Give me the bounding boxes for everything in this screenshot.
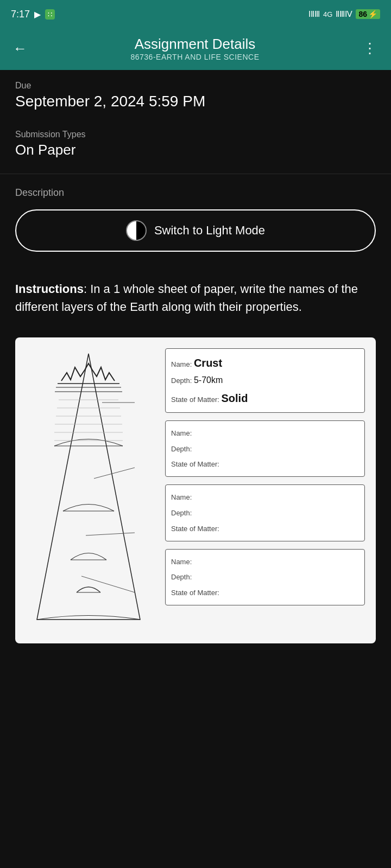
depth-label-4: Depth: — [171, 573, 192, 581]
layer-3-name-row: Name: — [171, 489, 359, 505]
app-bar-title: Assignment Details — [29, 36, 361, 53]
layer-2-name-row: Name: — [171, 425, 359, 441]
earth-svg-container — [26, 348, 156, 633]
name-label-4: Name: — [171, 558, 192, 566]
layer-4-state-row: State of Matter: — [171, 585, 359, 601]
state-value-1: Solid — [222, 392, 248, 404]
name-label-1: Name: — [171, 360, 192, 368]
state-label-4: State of Matter: — [171, 589, 219, 597]
description-label: Description — [15, 187, 376, 199]
time: 7:17 — [11, 9, 30, 20]
due-label: Due — [15, 81, 376, 91]
description-section: Description Switch to Light Mode — [0, 174, 391, 276]
svg-marker-0 — [37, 354, 140, 620]
name-value-1: Crust — [194, 357, 222, 369]
status-left: 7:17 ▶ ∷ — [11, 9, 55, 20]
layer-card-3: Name: Depth: State of Matter: — [165, 484, 365, 541]
light-mode-text: Switch to Light Mode — [154, 224, 265, 238]
status-right: ⅠⅡⅢ 4G ⅡⅢⅣ 86 ⚡ — [308, 9, 380, 19]
state-label-1: State of Matter: — [171, 395, 219, 404]
layer-2-depth-row: Depth: — [171, 441, 359, 457]
svg-line-10 — [86, 533, 135, 535]
submission-label: Submission Types — [15, 130, 376, 139]
layer-4-depth-row: Depth: — [171, 569, 359, 585]
layer-card-2: Name: Depth: State of Matter: — [165, 420, 365, 477]
instructions-text: Instructions: In a 1 whole sheet of pape… — [15, 280, 376, 316]
app-bar: ← Assignment Details 86736-EARTH AND LIF… — [0, 28, 391, 70]
status-bar: 7:17 ▶ ∷ ⅠⅡⅢ 4G ⅡⅢⅣ 86 ⚡ — [0, 0, 391, 28]
wifi-icon: ⅡⅢⅣ — [336, 9, 352, 19]
depth-label-3: Depth: — [171, 509, 192, 517]
instructions-bold: Instructions — [15, 282, 84, 296]
due-section: Due September 2, 2024 5:59 PM — [0, 70, 391, 123]
layer-1-depth-row: Depth: 5-70km — [171, 373, 359, 388]
more-button[interactable]: ⋮ — [361, 38, 380, 59]
back-button[interactable]: ← — [11, 38, 29, 59]
state-label-2: State of Matter: — [171, 460, 219, 468]
app-icon: ∷ — [45, 9, 55, 20]
depth-value-1: 5-70km — [194, 375, 223, 385]
content: Due September 2, 2024 5:59 PM Submission… — [0, 70, 391, 643]
submission-type: On Paper — [15, 142, 376, 158]
due-date: September 2, 2024 5:59 PM — [15, 93, 376, 110]
layer-labels-panel: Name: Crust Depth: 5-70km State of Matte… — [165, 348, 365, 605]
youtube-icon: ▶ — [34, 9, 41, 20]
svg-line-11 — [81, 576, 135, 592]
earth-diagram: Name: Crust Depth: 5-70km State of Matte… — [15, 337, 376, 643]
layer-4-name-row: Name: — [171, 554, 359, 570]
signal-icon: ⅠⅡⅢ — [308, 9, 320, 19]
depth-label-2: Depth: — [171, 445, 192, 453]
name-label-3: Name: — [171, 493, 192, 501]
layer-3-state-row: State of Matter: — [171, 521, 359, 537]
layer-card-4: Name: Depth: State of Matter: — [165, 549, 365, 605]
earth-cross-section-svg — [26, 348, 151, 630]
instructions-section: Instructions: In a 1 whole sheet of pape… — [0, 276, 391, 329]
submission-section: Submission Types On Paper — [0, 123, 391, 174]
depth-label-1: Depth: — [171, 376, 192, 385]
half-circle-icon — [126, 220, 147, 241]
app-bar-subtitle: 86736-EARTH AND LIFE SCIENCE — [29, 53, 361, 61]
layer-2-state-row: State of Matter: — [171, 456, 359, 472]
layer-1-state-row: State of Matter: Solid — [171, 388, 359, 408]
network-icon: 4G — [323, 10, 332, 18]
name-label-2: Name: — [171, 429, 192, 437]
svg-line-9 — [94, 468, 135, 478]
light-mode-button[interactable]: Switch to Light Mode — [15, 209, 376, 252]
layer-3-depth-row: Depth: — [171, 505, 359, 521]
battery-indicator: 86 ⚡ — [356, 9, 380, 19]
state-label-3: State of Matter: — [171, 525, 219, 533]
layer-card-1: Name: Crust Depth: 5-70km State of Matte… — [165, 348, 365, 413]
layer-1-name-row: Name: Crust — [171, 353, 359, 373]
app-bar-center: Assignment Details 86736-EARTH AND LIFE … — [29, 36, 361, 61]
